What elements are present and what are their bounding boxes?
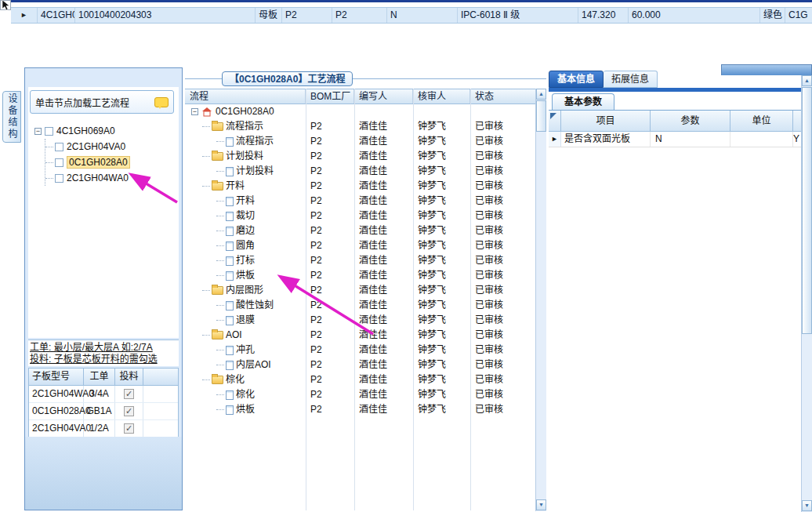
tab-device-structure[interactable]: 设备结构 (2, 91, 21, 143)
product-grid-row[interactable]: ► 4C1GH069A0 10010400204303 母板 P2 P2 N I… (11, 7, 812, 24)
flow-cell-status: 已审核 (470, 149, 535, 164)
collapse-icon[interactable]: − (191, 108, 198, 115)
column-header-feed[interactable]: 投料 (115, 369, 143, 385)
flow-cell-bom: P2 (306, 372, 354, 387)
flow-row[interactable]: 内层图形 P2 酒佳佳 钟梦飞 已审核 (185, 283, 535, 298)
flow-row[interactable]: 棕化 P2 酒佳佳 钟梦飞 已审核 (185, 372, 535, 387)
tree-root-node[interactable]: − 4C1GH069A0 (34, 123, 130, 139)
flow-cell-writer: 酒佳佳 (354, 134, 413, 149)
tree-connector (216, 245, 224, 246)
scrollbar-up-button[interactable]: ▲ (536, 89, 546, 100)
flow-column-header-writer[interactable]: 编写人 (354, 89, 413, 103)
flow-cell-reviewer: 钟梦飞 (413, 358, 470, 372)
flow-cell-writer: 酒佳佳 (354, 209, 413, 223)
param-row[interactable]: ► 是否含双面光板 N Y (549, 132, 801, 147)
param-cell-extra: Y (793, 132, 801, 147)
flow-row[interactable]: 烘板 P2 酒佳佳 钟梦飞 已审核 (185, 268, 535, 283)
param-cell-value[interactable]: N (651, 132, 730, 147)
flow-row[interactable]: 开料 P2 酒佳佳 钟梦飞 已审核 (185, 194, 535, 209)
scrollbar-thumb[interactable] (536, 100, 546, 132)
flow-cell-writer: 酒佳佳 (354, 119, 413, 134)
flow-cell-reviewer: 钟梦飞 (413, 238, 470, 253)
collapse-icon[interactable]: − (34, 128, 42, 135)
scrollbar-thumb[interactable] (802, 87, 812, 334)
column-header-order[interactable]: 工单 (84, 369, 115, 385)
flow-cell-reviewer: 钟梦飞 (413, 298, 470, 313)
tree-node-selected[interactable]: 0C1GH028A0 (45, 154, 130, 170)
flow-row[interactable]: 裁切 P2 酒佳佳 钟梦飞 已审核 (185, 209, 535, 223)
flow-column-header-process[interactable]: 流程 (185, 89, 306, 103)
flow-row[interactable]: 磨边 P2 酒佳佳 钟梦飞 已审核 (185, 223, 535, 238)
scrollbar-up-button[interactable]: ▲ (802, 75, 812, 86)
flow-scrollbar[interactable]: ▲ ▼ (535, 89, 546, 511)
flow-node-label: 圆角 (236, 238, 255, 253)
flow-cell-reviewer: 钟梦飞 (413, 194, 470, 209)
right-scrollbar[interactable]: ▲ ▼ (801, 75, 812, 512)
flow-row[interactable]: 内层AOI P2 酒佳佳 钟梦飞 已审核 (185, 358, 535, 372)
flow-row[interactable]: 冲孔 P2 酒佳佳 钟梦飞 已审核 (185, 343, 535, 358)
note-block: 工单: 最小层/最大层A 如:2/7A 投料: 子板是芯板开料的需勾选 (28, 340, 179, 366)
checkbox[interactable]: ✓ (124, 406, 134, 416)
flow-row[interactable]: 打标 P2 酒佳佳 钟梦飞 已审核 (185, 253, 535, 268)
flow-node-label: 计划投料 (226, 149, 263, 164)
row-indicator-icon: ► (549, 132, 561, 147)
flow-node-label: 打标 (236, 253, 255, 268)
tree-connector (216, 171, 224, 172)
scrollbar-down-button[interactable]: ▼ (536, 499, 546, 510)
flow-row[interactable]: 圆角 P2 酒佳佳 钟梦飞 已审核 (185, 238, 535, 253)
flow-cell-writer: 酒佳佳 (354, 238, 413, 253)
flow-column-header-status[interactable]: 状态 (470, 89, 535, 103)
scrollbar-down-button[interactable]: ▼ (802, 500, 812, 511)
flow-row[interactable]: 流程指示 P2 酒佳佳 钟梦飞 已审核 (185, 119, 535, 134)
tree-connector (202, 379, 210, 380)
flow-row[interactable]: 退膜 P2 酒佳佳 钟梦飞 已审核 (185, 313, 535, 328)
flow-row[interactable]: 酸性蚀刻 P2 酒佳佳 钟梦飞 已审核 (185, 298, 535, 313)
column-header-filler (143, 369, 178, 385)
param-column-header-unit[interactable]: 单位 (730, 111, 793, 131)
flow-row[interactable]: AOI P2 酒佳佳 钟梦飞 已审核 (185, 328, 535, 343)
tab-basic-info[interactable]: 基本信息 (549, 71, 604, 88)
flow-row[interactable]: 开料 P2 酒佳佳 钟梦飞 已审核 (185, 179, 535, 194)
flow-cell-reviewer: 钟梦飞 (413, 164, 470, 179)
grid-cell-factory-2: P2 (332, 8, 387, 23)
tree-node-label: 2C1GH04WA0 (67, 172, 129, 183)
select-all-cell[interactable] (549, 111, 561, 131)
flow-row[interactable]: 棕化 P2 酒佳佳 钟梦飞 已审核 (185, 387, 535, 402)
flow-cell-status: 已审核 (470, 402, 535, 417)
checkbox[interactable]: ✓ (124, 423, 134, 434)
flow-cell-reviewer: 钟梦飞 (413, 402, 470, 417)
tree-connector (202, 156, 210, 157)
flow-row[interactable]: 流程指示 P2 酒佳佳 钟梦飞 已审核 (185, 134, 535, 149)
tab-basic-params[interactable]: 基本参数 (552, 93, 614, 111)
tree-connector (216, 350, 224, 350)
column-header-model[interactable]: 子板型号 (29, 369, 84, 385)
param-column-header-item[interactable]: 项目 (561, 111, 651, 131)
document-icon (226, 361, 234, 370)
checkbox[interactable]: ✓ (124, 389, 134, 399)
board-row[interactable]: 2C1GH04VA0 1/2A ✓ (29, 420, 178, 438)
flow-column-header-bom[interactable]: BOM工厂 (306, 89, 354, 103)
param-column-header-value[interactable]: 参数 (651, 111, 730, 131)
board-row[interactable]: 0C1GH028A0 GB1A ✓ (29, 403, 178, 420)
flow-row[interactable]: 烘板 P2 酒佳佳 钟梦飞 已审核 (185, 402, 535, 417)
tree-connector (216, 320, 224, 321)
flow-row[interactable]: 计划投料 P2 酒佳佳 钟梦飞 已审核 (185, 149, 535, 164)
tree-node[interactable]: 2C1GH04WA0 (45, 170, 130, 186)
flow-cell-bom: P2 (306, 343, 354, 358)
flow-cell-reviewer: 钟梦飞 (413, 253, 470, 268)
flow-row[interactable]: 计划投料 P2 酒佳佳 钟梦飞 已审核 (185, 164, 535, 179)
tree-connector (45, 147, 53, 147)
flow-column-header-reviewer[interactable]: 核审人 (413, 89, 470, 103)
tab-extended-info[interactable]: 拓展信息 (604, 71, 658, 88)
flow-node-label: 冲孔 (236, 343, 255, 358)
panel-footer-area (25, 437, 182, 510)
document-icon (226, 137, 234, 147)
param-grid-header: 项目 参数 单位 (549, 111, 801, 132)
flow-node-label: 开料 (226, 179, 245, 194)
tree-connector (216, 141, 224, 142)
flow-node-label: 棕化 (236, 387, 255, 402)
tree-area: 单击节点加载工艺流程 − 4C1GH069A0 2C1GH04VA0 (28, 87, 179, 338)
board-row[interactable]: 2C1GH04WA0 3/4A ✓ (29, 386, 178, 403)
flow-root-row[interactable]: − 0C1GH028A0 (185, 104, 535, 119)
tree-node[interactable]: 2C1GH04VA0 (45, 139, 130, 154)
